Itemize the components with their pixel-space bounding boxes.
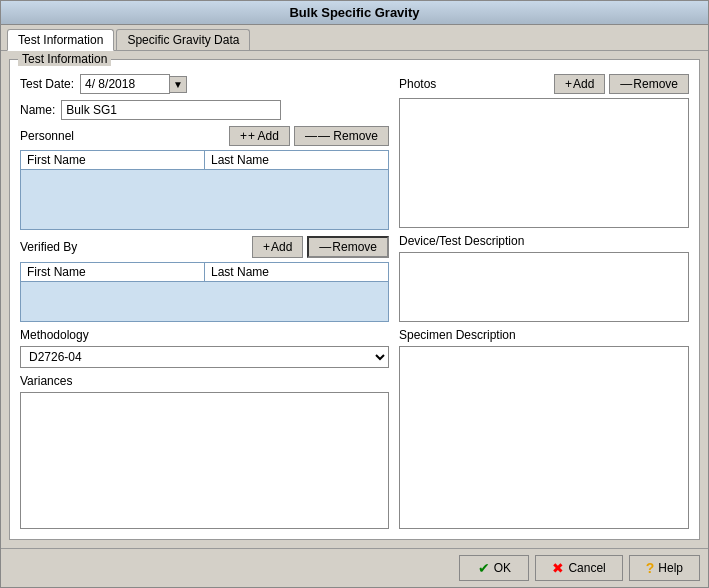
verified-remove-icon: — xyxy=(319,240,331,254)
cancel-button[interactable]: ✖ Cancel xyxy=(535,555,622,581)
specimen-section: Specimen Description xyxy=(399,328,689,529)
photos-add-button[interactable]: + Add xyxy=(554,74,605,94)
verified-col-firstname: First Name xyxy=(21,263,205,281)
tab-bar: Test Information Specific Gravity Data xyxy=(1,25,708,51)
left-panel: Test Date: ▼ Name: xyxy=(20,74,389,529)
test-date-row: Test Date: ▼ xyxy=(20,74,389,94)
name-input[interactable] xyxy=(61,100,281,120)
methodology-section: Methodology D2726-04 xyxy=(20,328,389,368)
methodology-label: Methodology xyxy=(20,328,389,342)
personnel-col-lastname: Last Name xyxy=(205,151,388,169)
cross-icon: ✖ xyxy=(552,560,564,576)
photos-remove-button[interactable]: — Remove xyxy=(609,74,689,94)
photos-box[interactable] xyxy=(399,98,689,228)
methodology-select[interactable]: D2726-04 xyxy=(20,346,389,368)
name-label: Name: xyxy=(20,103,55,117)
bottom-buttons: ✔ OK ✖ Cancel ? Help xyxy=(1,548,708,587)
verified-table-body[interactable] xyxy=(21,282,388,321)
personnel-col-firstname: First Name xyxy=(21,151,205,169)
personnel-add-button[interactable]: + + Add xyxy=(229,126,290,146)
test-date-input[interactable] xyxy=(80,74,170,94)
personnel-table: First Name Last Name xyxy=(20,150,389,230)
remove-icon: — xyxy=(305,129,317,143)
device-section: Device/Test Description xyxy=(399,234,689,322)
tab-specific-gravity-data[interactable]: Specific Gravity Data xyxy=(116,29,250,50)
ok-label: OK xyxy=(494,561,511,575)
photos-btn-group: + Add — Remove xyxy=(554,74,689,94)
specimen-textarea[interactable] xyxy=(399,346,689,529)
right-panel: Photos + Add — Remove xyxy=(399,74,689,529)
verified-remove-button[interactable]: — Remove xyxy=(307,236,389,258)
tab-test-information[interactable]: Test Information xyxy=(7,29,114,51)
photos-label: Photos xyxy=(399,77,436,91)
date-dropdown-button[interactable]: ▼ xyxy=(170,76,187,93)
variances-section: Variances xyxy=(20,374,389,529)
photos-section: Photos + Add — Remove xyxy=(399,74,689,228)
dropdown-icon: ▼ xyxy=(173,79,183,90)
device-test-label: Device/Test Description xyxy=(399,234,689,248)
personnel-header: Personnel + + Add — — Remove xyxy=(20,126,389,146)
verified-table: First Name Last Name xyxy=(20,262,389,322)
variances-label: Variances xyxy=(20,374,389,388)
content-area: Test Information Test Date: ▼ xyxy=(1,51,708,548)
specimen-label: Specimen Description xyxy=(399,328,689,342)
window-title: Bulk Specific Gravity xyxy=(289,5,419,20)
personnel-remove-button[interactable]: — — Remove xyxy=(294,126,389,146)
help-button[interactable]: ? Help xyxy=(629,555,700,581)
add-icon: + xyxy=(240,129,247,143)
title-bar: Bulk Specific Gravity xyxy=(1,1,708,25)
photos-header: Photos + Add — Remove xyxy=(399,74,689,94)
verified-add-icon: + xyxy=(263,240,270,254)
verified-label: Verified By xyxy=(20,240,77,254)
group-box-title: Test Information xyxy=(18,52,111,66)
verified-section: Verified By + Add — Remove xyxy=(20,236,389,322)
verified-header: Verified By + Add — Remove xyxy=(20,236,389,258)
ok-button[interactable]: ✔ OK xyxy=(459,555,529,581)
personnel-section: Personnel + + Add — — Remove xyxy=(20,126,389,230)
personnel-table-body[interactable] xyxy=(21,170,388,229)
verified-add-button[interactable]: + Add xyxy=(252,236,303,258)
verified-btn-group: + Add — Remove xyxy=(252,236,389,258)
photos-add-icon: + xyxy=(565,77,572,91)
group-box-test-information: Test Information Test Date: ▼ xyxy=(9,59,700,540)
cancel-label: Cancel xyxy=(568,561,605,575)
verified-table-header: First Name Last Name xyxy=(21,263,388,282)
help-icon: ? xyxy=(646,560,655,576)
variances-textarea[interactable] xyxy=(20,392,389,529)
device-textarea[interactable] xyxy=(399,252,689,322)
personnel-table-header: First Name Last Name xyxy=(21,151,388,170)
test-date-label: Test Date: xyxy=(20,77,74,91)
check-icon: ✔ xyxy=(478,560,490,576)
personnel-label: Personnel xyxy=(20,129,74,143)
photos-remove-icon: — xyxy=(620,77,632,91)
left-top-section: Test Date: ▼ Name: xyxy=(20,74,389,120)
help-label: Help xyxy=(658,561,683,575)
verified-col-lastname: Last Name xyxy=(205,263,388,281)
date-input-wrap: ▼ xyxy=(80,74,187,94)
personnel-btn-group: + + Add — — Remove xyxy=(229,126,389,146)
name-row: Name: xyxy=(20,100,389,120)
main-window: Bulk Specific Gravity Test Information S… xyxy=(0,0,709,588)
